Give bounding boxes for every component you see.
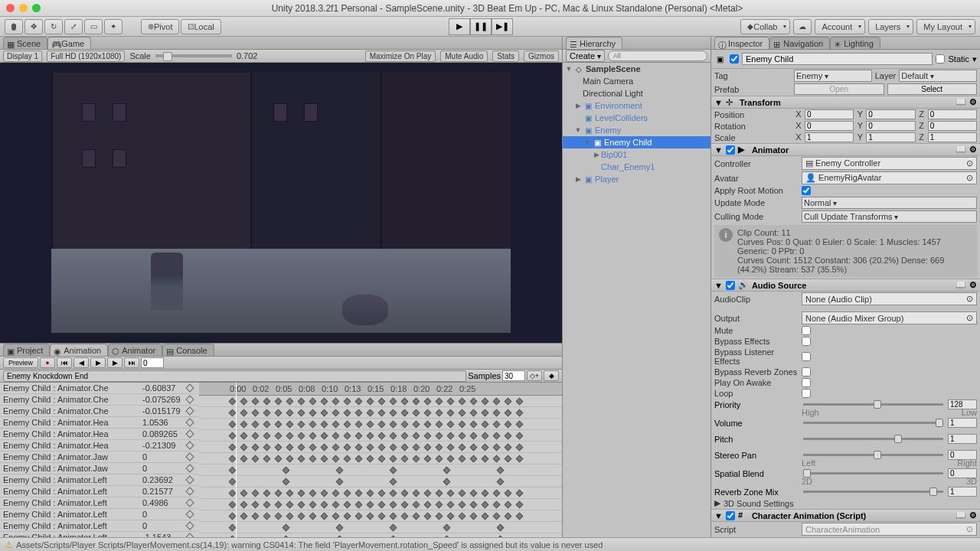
tab-scene[interactable]: ▦Scene: [3, 37, 47, 49]
volume-slider[interactable]: [803, 422, 943, 424]
local-toggle[interactable]: ⊡ Local: [181, 19, 220, 34]
keyframe-row[interactable]: [199, 510, 562, 522]
account-dropdown[interactable]: Account: [815, 19, 865, 34]
keyframe-row[interactable]: [199, 407, 562, 419]
reverb-slider[interactable]: [803, 491, 943, 493]
samples-input[interactable]: [502, 370, 525, 381]
maximize-toggle[interactable]: Maximize On Play: [365, 51, 436, 62]
hierarchy-search[interactable]: [608, 51, 707, 61]
tab-animator[interactable]: ⬡Animator: [108, 344, 162, 356]
clip-select[interactable]: Enemy Knockdown End: [3, 370, 466, 382]
mute-checkbox[interactable]: [802, 326, 811, 335]
keyframe-row[interactable]: [199, 522, 562, 533]
gear-icon[interactable]: ⚙: [969, 145, 977, 155]
scale-y[interactable]: [866, 132, 915, 142]
tree-item[interactable]: ▣LevelColliders: [563, 112, 710, 124]
root-motion-checkbox[interactable]: [802, 186, 811, 195]
step-button[interactable]: ▶❚: [492, 18, 513, 35]
keyframe-row[interactable]: [199, 476, 562, 487]
prev-frame-button[interactable]: ◀: [74, 357, 89, 368]
property-row[interactable]: Enemy Child : Animator.Left0: [0, 509, 199, 520]
play-anim-button[interactable]: ▶: [90, 357, 106, 368]
tab-animation[interactable]: ◉Animation: [50, 344, 108, 356]
zoom-window[interactable]: [32, 4, 41, 12]
charanim-enable[interactable]: [726, 511, 735, 520]
char-anim-header[interactable]: ▼#Character Animation (Script)📖⚙: [711, 509, 980, 522]
add-event-button[interactable]: ◆: [544, 370, 559, 381]
property-row[interactable]: Enemy Child : Animator.Che-0.075269: [0, 394, 199, 406]
tab-navigation[interactable]: ⊞Navigation: [769, 37, 830, 49]
timeline[interactable]: 0:000:020:050:080:100:130:150:180:200:22…: [199, 383, 562, 540]
last-frame-button[interactable]: ⏭: [124, 357, 139, 368]
status-bar[interactable]: ⚠ Assets/Scripts/Player Scripts/PlayerMo…: [0, 537, 980, 551]
property-row[interactable]: Enemy Child : Animator.Che-0.60837: [0, 383, 199, 394]
keyframe-row[interactable]: [199, 453, 562, 465]
tree-item-selected[interactable]: ▼▣Enemy Child: [563, 136, 710, 148]
tree-item[interactable]: Main Camera: [563, 75, 710, 87]
prefab-open-button[interactable]: Open: [794, 83, 884, 95]
animator-enable[interactable]: [726, 145, 735, 155]
docs-icon[interactable]: 📖: [956, 145, 966, 155]
priority-slider[interactable]: [803, 403, 943, 406]
tab-lighting[interactable]: ☀Lighting: [830, 37, 880, 49]
record-button[interactable]: ●: [40, 357, 55, 368]
pos-y[interactable]: [866, 109, 915, 119]
object-name-input[interactable]: [742, 53, 933, 65]
tab-project[interactable]: ▣Project: [3, 344, 50, 356]
layout-dropdown[interactable]: My Layout: [916, 19, 975, 34]
docs-icon[interactable]: 📖: [956, 280, 966, 290]
play-button[interactable]: ▶: [449, 18, 470, 35]
docs-icon[interactable]: 📖: [956, 97, 966, 107]
property-row[interactable]: Enemy Child : Animator.Left0.4986: [0, 497, 199, 509]
rect-tool[interactable]: ▭: [84, 19, 103, 34]
pause-button[interactable]: ❚❚: [470, 18, 492, 35]
keyframe-row[interactable]: [199, 487, 562, 499]
tree-item[interactable]: Directional Light: [563, 87, 710, 99]
property-row[interactable]: Enemy Child : Animator.Jaw0: [0, 452, 199, 463]
playhead[interactable]: [236, 383, 237, 540]
spatial-slider[interactable]: [803, 472, 943, 474]
scene-row[interactable]: ▼◇SampleScene: [563, 63, 710, 75]
first-frame-button[interactable]: ⏮: [57, 357, 72, 368]
pitch-input[interactable]: [948, 434, 977, 444]
resolution-select[interactable]: Full HD (1920x1080): [47, 51, 125, 62]
stereo-slider[interactable]: [803, 454, 943, 456]
cloud-button[interactable]: ☁: [793, 19, 812, 34]
volume-input[interactable]: [948, 418, 977, 428]
gear-icon[interactable]: ⚙: [969, 280, 977, 290]
tree-item[interactable]: ▶Bip001: [563, 148, 710, 161]
output-field[interactable]: None (Audio Mixer Group)⊙: [802, 311, 977, 324]
static-checkbox[interactable]: [936, 54, 945, 64]
layer-select[interactable]: Default ▾: [899, 70, 977, 82]
display-select[interactable]: Display 1: [3, 51, 42, 62]
bypass-listener-checkbox[interactable]: [802, 352, 811, 361]
pos-z[interactable]: [928, 109, 977, 119]
layers-dropdown[interactable]: Layers: [868, 19, 913, 34]
next-frame-button[interactable]: ▶: [107, 357, 122, 368]
collab-dropdown[interactable]: ◆ Collab: [740, 19, 790, 34]
preview-button[interactable]: Preview: [3, 357, 38, 368]
3d-sound-foldout[interactable]: 3D Sound Settings: [724, 499, 794, 508]
property-row[interactable]: Enemy Child : Animator.Hea0.089265: [0, 429, 199, 440]
tree-item[interactable]: Char_Enemy1: [563, 161, 710, 173]
animator-header[interactable]: ▼▶Animator📖⚙: [711, 143, 980, 156]
rot-z[interactable]: [928, 121, 977, 131]
add-keyframe-button[interactable]: ◇+: [527, 370, 542, 381]
close-window[interactable]: [6, 4, 15, 12]
scale-tool[interactable]: ⤢: [64, 19, 83, 34]
keyframe-row[interactable]: [199, 499, 562, 510]
bypass-fx-checkbox[interactable]: [802, 337, 811, 346]
pos-x[interactable]: [805, 109, 854, 119]
culling-mode-select[interactable]: Cull Update Transforms ▾: [802, 210, 977, 223]
gear-icon[interactable]: ⚙: [969, 510, 977, 520]
prefab-select-button[interactable]: Select: [887, 83, 978, 95]
property-row[interactable]: Enemy Child : Animator.Hea1.0536: [0, 417, 199, 429]
rot-y[interactable]: [866, 121, 915, 131]
property-row[interactable]: Enemy Child : Animator.Che-0.015179: [0, 406, 199, 417]
script-field[interactable]: CharacterAnimation⊙: [802, 523, 977, 536]
keyframe-row[interactable]: [199, 396, 562, 407]
docs-icon[interactable]: 📖: [956, 510, 966, 520]
keyframe-row[interactable]: [199, 442, 562, 453]
minimize-window[interactable]: [19, 4, 28, 12]
property-row[interactable]: Enemy Child : Animator.Jaw0: [0, 463, 199, 474]
